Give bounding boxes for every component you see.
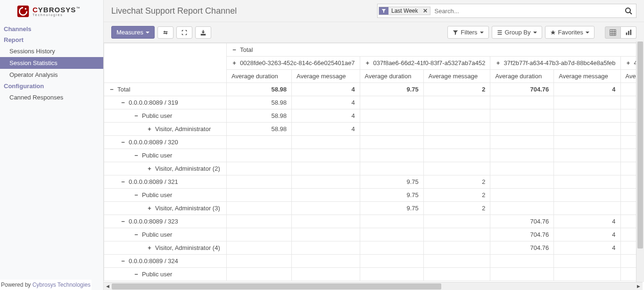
cell xyxy=(554,255,620,268)
col-total[interactable]: −Total xyxy=(227,43,644,57)
graph-view-button[interactable] xyxy=(621,26,636,39)
favorites-button[interactable]: Favorites xyxy=(545,26,594,39)
collapse-icon[interactable]: − xyxy=(120,218,126,225)
cell xyxy=(227,228,292,241)
search-icon[interactable] xyxy=(621,7,636,15)
collapse-icon[interactable]: − xyxy=(133,231,139,238)
cell: 4 xyxy=(554,228,620,241)
row-header[interactable]: −0.0.0.0:8089 / 324 xyxy=(104,255,227,268)
flip-axis-button[interactable] xyxy=(157,26,173,39)
collapse-icon[interactable]: − xyxy=(133,152,139,159)
measure-header[interactable]: Average message xyxy=(554,70,620,83)
scroll-right-icon[interactable]: ▶ xyxy=(635,282,643,290)
expand-icon[interactable]: + xyxy=(231,59,237,66)
groupby-button[interactable]: Group By xyxy=(492,26,542,39)
cell xyxy=(423,123,490,136)
cell xyxy=(291,241,360,255)
cell xyxy=(423,149,490,162)
sidebar-section-report[interactable]: Report xyxy=(0,34,103,45)
cell: 58.98 xyxy=(227,83,292,96)
cell xyxy=(360,268,423,281)
table-row: −0.0.0.0:8089 / 3219.752 xyxy=(104,175,644,189)
table-row: −Public user58.984 xyxy=(104,109,644,123)
search-facet-lastweek[interactable]: Last Week ✕ xyxy=(379,7,430,15)
search-input[interactable] xyxy=(431,6,621,17)
row-header[interactable]: −Public user xyxy=(104,268,227,281)
cell xyxy=(360,162,423,175)
search-bar[interactable]: Last Week ✕ xyxy=(377,4,636,18)
collapse-icon[interactable]: − xyxy=(120,257,126,265)
brand-logo[interactable]: CYBROSYS™ Technologies xyxy=(0,0,103,24)
col-group[interactable]: +37f2b77f-a634-47b3-ab7d-88bc4e8a5feb xyxy=(490,57,620,70)
expand-all-button[interactable] xyxy=(176,26,192,39)
sidebar-item-session-statistics[interactable]: Session Statistics xyxy=(0,57,103,69)
facet-remove-icon[interactable]: ✕ xyxy=(421,8,430,14)
row-header[interactable]: −Public user xyxy=(104,109,227,123)
expand-icon[interactable]: + xyxy=(147,125,152,133)
row-header[interactable]: +Visitor, Administrator (4) xyxy=(104,241,227,255)
sidebar-section-channels[interactable]: Channels xyxy=(0,24,103,34)
row-header[interactable]: −Total xyxy=(104,83,227,96)
cell xyxy=(490,136,554,149)
collapse-icon[interactable]: − xyxy=(231,46,237,53)
row-header[interactable]: −0.0.0.0:8089 / 321 xyxy=(104,175,227,189)
table-row: −0.0.0.0:8089 / 323704.764 xyxy=(104,215,644,228)
row-header[interactable]: −0.0.0.0:8089 / 323 xyxy=(104,215,227,228)
cell xyxy=(291,255,360,268)
measure-header[interactable]: Average message xyxy=(423,70,490,83)
expand-icon[interactable]: + xyxy=(147,205,152,212)
row-header[interactable]: −0.0.0.0:8089 / 320 xyxy=(104,136,227,149)
collapse-icon[interactable]: − xyxy=(109,86,115,93)
measure-header[interactable]: Average duration xyxy=(360,70,423,83)
expand-icon[interactable]: + xyxy=(365,59,371,66)
pivot-view-button[interactable] xyxy=(605,26,621,39)
sidebar-item-canned-responses[interactable]: Canned Responses xyxy=(0,91,103,103)
collapse-icon[interactable]: − xyxy=(120,178,126,185)
expand-icon[interactable]: + xyxy=(626,59,631,66)
cell: 9.75 xyxy=(360,202,423,215)
collapse-icon[interactable]: − xyxy=(120,139,126,146)
row-header[interactable]: −Public user xyxy=(104,149,227,162)
measure-header[interactable]: Average duration xyxy=(227,70,292,83)
horizontal-scrollbar[interactable]: ◀ ▶ xyxy=(104,282,643,290)
download-button[interactable] xyxy=(195,26,211,39)
row-header[interactable]: −Public user xyxy=(104,228,227,241)
measure-header[interactable]: Average message xyxy=(291,70,360,83)
scrollbar-thumb[interactable] xyxy=(637,41,643,249)
cell xyxy=(490,96,554,109)
row-header[interactable]: −0.0.0.0:8089 / 319 xyxy=(104,96,227,109)
scroll-left-icon[interactable]: ◀ xyxy=(104,282,112,290)
measure-header[interactable]: Average duration xyxy=(490,70,554,83)
pivot-table-container[interactable]: −Total+0028fde0-3263-452c-814c-66e025401… xyxy=(104,43,644,290)
cell xyxy=(554,162,620,175)
cell xyxy=(423,96,490,109)
cell xyxy=(490,268,554,281)
col-group[interactable]: +037f8ae6-66d2-41f0-83f7-a5327ab7a452 xyxy=(360,57,490,70)
row-header[interactable]: +Visitor, Administrator xyxy=(104,123,227,136)
vertical-scrollbar[interactable] xyxy=(636,41,644,282)
row-header[interactable]: +Visitor, Administrator (3) xyxy=(104,202,227,215)
cell xyxy=(360,228,423,241)
measures-button[interactable]: Measures xyxy=(111,26,155,39)
collapse-icon[interactable]: − xyxy=(120,99,126,106)
collapse-icon[interactable]: − xyxy=(133,271,139,278)
sidebar-item-operator-analysis[interactable]: Operator Analysis xyxy=(0,69,103,81)
cell xyxy=(423,136,490,149)
cell: 2 xyxy=(423,175,490,189)
row-header[interactable]: −Public user xyxy=(104,189,227,202)
collapse-icon[interactable]: − xyxy=(133,112,139,119)
expand-icon[interactable]: + xyxy=(147,165,152,172)
col-group[interactable]: +0028fde0-3263-452c-814c-66e025401ae7 xyxy=(227,57,360,70)
collapse-icon[interactable]: − xyxy=(133,191,139,199)
sidebar-section-configuration[interactable]: Configuration xyxy=(0,81,103,91)
footer-link[interactable]: Cybrosys Technologies xyxy=(33,282,91,288)
expand-icon[interactable]: + xyxy=(495,59,501,66)
cell xyxy=(490,123,554,136)
expand-icon[interactable]: + xyxy=(147,244,152,251)
cell xyxy=(291,228,360,241)
scrollbar-thumb[interactable] xyxy=(112,283,441,290)
sidebar-item-sessions-history[interactable]: Sessions History xyxy=(0,45,103,57)
table-row: −Public user704.764 xyxy=(104,228,644,241)
filters-button[interactable]: Filters xyxy=(447,26,488,39)
row-header[interactable]: +Visitor, Administrator (2) xyxy=(104,162,227,175)
